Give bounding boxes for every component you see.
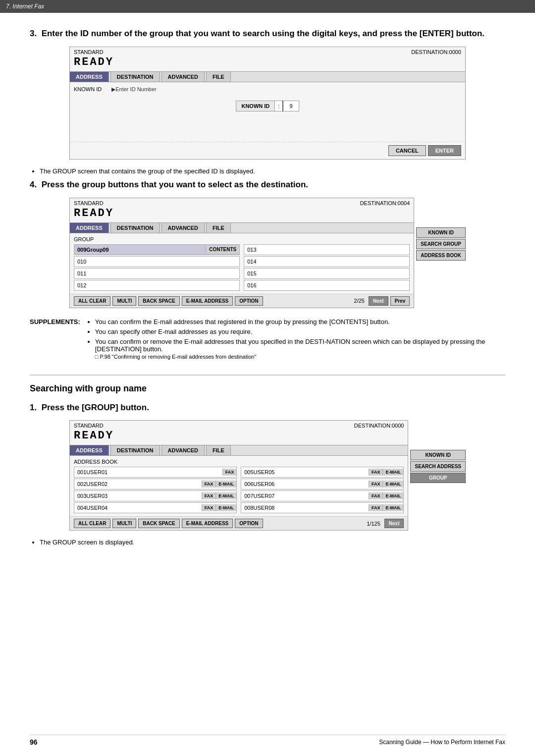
supplements-list: You can confirm the E-mail addresses tha…: [95, 318, 505, 363]
backspace-btn-2[interactable]: BACK SPACE: [138, 519, 179, 528]
option-btn-2[interactable]: OPTION: [235, 519, 263, 528]
panel-step4-wrapper: STANDARD DESTINATION:0004 READY ADDRESS …: [69, 198, 466, 308]
addr-row-r0-id: 005USER05: [241, 468, 369, 476]
all-clear-btn-1[interactable]: ALL CLEAR: [74, 296, 110, 306]
label-enter-id: ▶Enter ID Number: [111, 86, 157, 93]
panel-body-1: KNOWN ID ▶Enter ID Number KNOWN ID : 9: [70, 82, 465, 142]
tab-file-3[interactable]: FILE: [207, 445, 231, 455]
group-row-r2-id: 015: [244, 270, 409, 277]
tab-file-2[interactable]: FILE: [207, 223, 231, 233]
addr-row-0[interactable]: 001USER01 FAX: [74, 467, 237, 478]
footer-page-number: 96: [30, 738, 38, 746]
page-count-2: 1/125: [367, 521, 380, 527]
addr-row-r0-email[interactable]: E-MAIL: [382, 469, 403, 476]
addr-row-3-fax[interactable]: FAX: [202, 504, 216, 511]
addr-row-r3-fax[interactable]: FAX: [369, 504, 383, 511]
addr-row-3-email[interactable]: E-MAIL: [215, 504, 236, 511]
known-id-value[interactable]: 9: [282, 101, 299, 111]
section-divider: [30, 375, 505, 376]
supplement-1: You can confirm the E-mail addresses tha…: [95, 318, 505, 325]
addr-row-1[interactable]: 002USER02 FAX E-MAIL: [74, 479, 237, 489]
panel-step4: STANDARD DESTINATION:0004 READY ADDRESS …: [69, 198, 414, 308]
group-row-r2[interactable]: 015: [244, 268, 410, 279]
addr-row-r3[interactable]: 008USER08 FAX E-MAIL: [241, 502, 404, 513]
group-row-0[interactable]: 009Group09 CONTENTS: [74, 244, 240, 255]
addr-row-0-fax[interactable]: FAX: [222, 469, 237, 476]
enter-button[interactable]: ENTER: [428, 145, 461, 156]
addr-row-3[interactable]: 004USER04 FAX E-MAIL: [74, 502, 237, 513]
tab-advanced-3[interactable]: ADVANCED: [162, 445, 205, 455]
group-sidebar: KNOWN ID SEARCH GROUP ADDRESS BOOK: [416, 198, 466, 308]
email-address-btn-2[interactable]: E-MAIL ADDRESS: [182, 519, 233, 528]
prev-btn-1[interactable]: Prev: [390, 296, 410, 306]
addr-row-r2-email[interactable]: E-MAIL: [382, 492, 403, 499]
addr-row-2[interactable]: 003USER03 FAX E-MAIL: [74, 490, 237, 501]
addr-row-r1-fax[interactable]: FAX: [369, 481, 383, 487]
ready-text-1: READY: [70, 55, 465, 71]
addr-row-r1-id: 006USER06: [241, 480, 369, 488]
search-group-sidebar-btn[interactable]: SEARCH GROUP: [416, 239, 466, 249]
step1-group-bullet1: The GROUP screen is displayed.: [40, 539, 505, 546]
addr-row-2-fax[interactable]: FAX: [202, 492, 216, 499]
step3-number: 3.: [30, 29, 42, 38]
group-row-r0[interactable]: 013: [244, 244, 410, 255]
addr-row-r2[interactable]: 007USER07 FAX E-MAIL: [241, 490, 404, 501]
group-row-1[interactable]: 010: [74, 256, 240, 267]
address-book-sidebar-btn[interactable]: ADDRESS BOOK: [416, 250, 466, 261]
cancel-button[interactable]: CANCEL: [388, 145, 426, 156]
known-id-colon: :: [275, 101, 282, 111]
group-row-2[interactable]: 011: [74, 268, 240, 279]
tab-address-2[interactable]: ADDRESS: [70, 223, 109, 233]
next-btn-2[interactable]: Next: [384, 519, 404, 528]
group-row-r3[interactable]: 016: [244, 280, 410, 291]
known-id-input-box: KNOWN ID : 9: [74, 101, 461, 111]
ready-text-3: READY: [70, 429, 408, 445]
group-row-3-id: 012: [74, 281, 239, 289]
addr-row-r1[interactable]: 006USER06 FAX E-MAIL: [241, 479, 404, 489]
multi-btn-1[interactable]: MULTI: [112, 296, 136, 306]
addr-row-2-email[interactable]: E-MAIL: [215, 492, 236, 499]
tab-destination-1[interactable]: DESTINATION: [111, 72, 160, 82]
tab-file-1[interactable]: FILE: [207, 72, 231, 82]
addr-row-r0-fax[interactable]: FAX: [369, 469, 383, 476]
tab-address-3[interactable]: ADDRESS: [70, 445, 109, 455]
group-row-0-contents[interactable]: CONTENTS: [206, 246, 239, 253]
addr-row-r3-email[interactable]: E-MAIL: [382, 504, 403, 511]
group-grid: 009Group09 CONTENTS 010 011 012: [74, 244, 410, 291]
step1-group-bullets: The GROUP screen is displayed.: [40, 539, 505, 546]
all-clear-btn-2[interactable]: ALL CLEAR: [74, 519, 110, 528]
ref-link: □ P.98 "Confirming or removing E-mail ad…: [95, 354, 256, 360]
supplements-label: SUPPLEMENTS:: [30, 318, 80, 325]
addr-row-r1-email[interactable]: E-MAIL: [382, 481, 403, 487]
tab-address-1[interactable]: ADDRESS: [70, 72, 109, 82]
group-row-r0-id: 013: [244, 246, 409, 254]
panel-footer-1: CANCEL ENTER: [70, 142, 465, 159]
tab-destination-3[interactable]: DESTINATION: [111, 445, 160, 455]
email-address-btn-1[interactable]: E-MAIL ADDRESS: [182, 296, 233, 306]
tab-destination-2[interactable]: DESTINATION: [111, 223, 160, 233]
tab-advanced-2[interactable]: ADVANCED: [162, 223, 205, 233]
supplements-row: SUPPLEMENTS: You can confirm the E-mail …: [30, 318, 505, 363]
addr-row-1-email[interactable]: E-MAIL: [215, 481, 236, 487]
group-row-r1[interactable]: 014: [244, 256, 410, 267]
addr-row-r2-fax[interactable]: FAX: [369, 492, 383, 499]
page-footer: 96 Scanning Guide — How to Perform Inter…: [30, 735, 505, 746]
addr-row-r0[interactable]: 005USER05 FAX E-MAIL: [241, 467, 404, 478]
addr-col-right: 005USER05 FAX E-MAIL 006USER06 FAX E-MAI…: [241, 467, 404, 513]
multi-btn-2[interactable]: MULTI: [112, 519, 136, 528]
known-id-sidebar-btn-2[interactable]: KNOWN ID: [410, 450, 466, 460]
known-id-sidebar-btn[interactable]: KNOWN ID: [416, 227, 466, 238]
status-right-2: DESTINATION:0004: [360, 200, 410, 206]
group-row-3[interactable]: 012: [74, 280, 240, 291]
search-address-sidebar-btn[interactable]: SEARCH ADDRESS: [410, 461, 466, 472]
group-col-left: 009Group09 CONTENTS 010 011 012: [74, 244, 240, 291]
addr-row-3-id: 004USER04: [74, 504, 202, 512]
ready-text-2: READY: [70, 206, 414, 222]
addr-row-1-fax[interactable]: FAX: [202, 481, 216, 487]
option-btn-1[interactable]: OPTION: [235, 296, 263, 306]
backspace-btn-1[interactable]: BACK SPACE: [138, 296, 179, 306]
tab-advanced-1[interactable]: ADVANCED: [162, 72, 205, 82]
next-btn-1[interactable]: Next: [369, 296, 388, 306]
group-sidebar-btn[interactable]: GROUP: [410, 473, 466, 483]
panel-tabs-1: ADDRESS DESTINATION ADVANCED FILE: [70, 71, 465, 82]
